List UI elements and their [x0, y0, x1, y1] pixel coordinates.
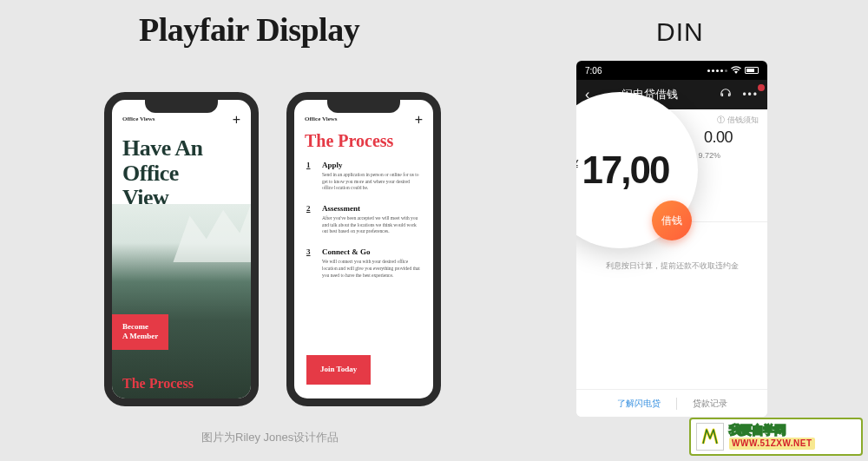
plus-icon[interactable]: + — [415, 112, 423, 128]
bottom-links: 了解闪电贷 贷款记录 — [576, 389, 767, 417]
process-heading: The Process — [305, 131, 393, 151]
status-bar: 7:06 — [576, 61, 767, 80]
image-caption: 图片为Riley Jones设计作品 — [201, 430, 339, 445]
battery-icon — [745, 67, 759, 74]
step-title: Assessment — [322, 204, 421, 213]
font-name-playfair: Playfair Display — [139, 10, 359, 49]
loan-records-link[interactable]: 贷款记录 — [676, 398, 727, 410]
step-item: 1 Apply Send in an application in person… — [306, 161, 421, 192]
step-text: We will connect you with your desired of… — [322, 259, 421, 279]
watermark-title: 我要自学网 — [729, 424, 815, 436]
step-text: After you've been accepted we will meet … — [322, 215, 421, 235]
watermark: 我要自学网 WWW.51ZXW.NET — [689, 418, 863, 456]
step-text: Send in an application in person or onli… — [322, 172, 421, 192]
watermark-url: WWW.51ZXW.NET — [729, 438, 815, 450]
section-heading: The Process — [122, 376, 194, 392]
wifi-icon — [731, 66, 741, 76]
learn-more-link[interactable]: 了解闪电贷 — [617, 398, 661, 410]
phone-notch — [145, 99, 218, 113]
become-member-button[interactable]: Become A Member — [112, 314, 168, 350]
step-item: 3 Connect & Go We will connect you with … — [306, 247, 421, 279]
notification-badge — [758, 84, 765, 91]
more-icon[interactable]: ••• — [742, 89, 759, 101]
phone-mockup-1: Office Views + Have An Office View Becom… — [104, 92, 259, 406]
signal-icon — [707, 69, 727, 72]
watermark-logo-icon — [696, 423, 724, 451]
step-title: Apply — [322, 161, 421, 169]
interest-info: 利息按日计算，提前还款不收取违约金 — [576, 260, 767, 272]
big-number: 17,00 — [582, 148, 668, 192]
phone-notch — [327, 99, 400, 113]
status-time: 7:06 — [585, 66, 602, 76]
step-item: 2 Assessment After you've been accepted … — [306, 204, 421, 235]
brand-label: Office Views — [305, 115, 338, 122]
phone-mockup-3: 7:06 ‹ 闪电贷借钱 ••• ① 借钱须知 额度 0.00 9.72% ¥ — [576, 61, 767, 417]
font-name-din: DIN — [656, 17, 704, 47]
headset-icon[interactable] — [720, 88, 732, 102]
rate-value: 9.72% — [698, 151, 720, 160]
phone-mockup-2: Office Views + The Process 1 Apply Send … — [286, 92, 441, 406]
loan-card: ① 借钱须知 额度 0.00 9.72% ¥ 17,00 借钱 — [576, 109, 767, 222]
step-title: Connect & Go — [322, 247, 421, 256]
plus-icon[interactable]: + — [233, 112, 240, 128]
join-today-button[interactable]: Join Today — [306, 355, 371, 385]
hero-image — [112, 204, 251, 398]
hero-headline: Have An Office View — [122, 136, 203, 211]
steps-list: 1 Apply Send in an application in person… — [306, 161, 421, 291]
amount-value: 0.00 — [704, 128, 733, 147]
brand-label: Office Views — [122, 115, 155, 122]
notice-link[interactable]: ① 借钱须知 — [717, 115, 759, 126]
borrow-button[interactable]: 借钱 — [652, 201, 692, 240]
currency-symbol: ¥ — [576, 158, 578, 174]
